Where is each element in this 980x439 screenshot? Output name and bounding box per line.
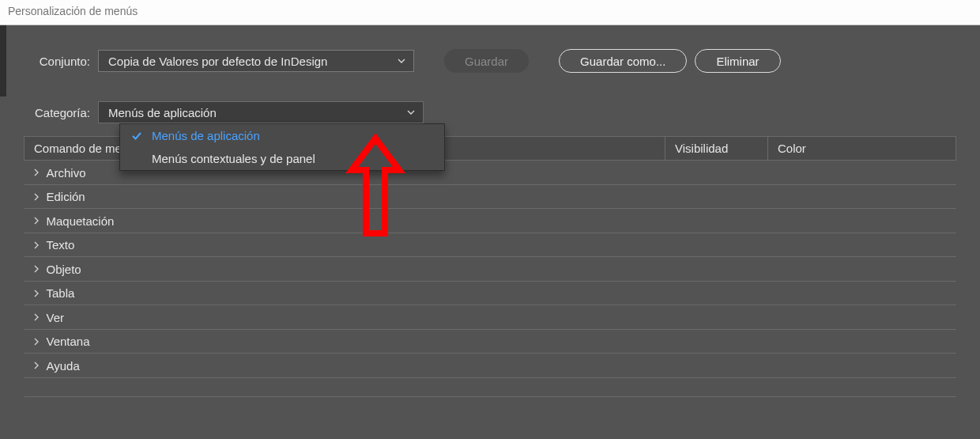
table-row[interactable]: Maquetación (24, 209, 956, 233)
categoria-select[interactable]: Menús de aplicación (98, 101, 424, 123)
row-label: Ventana (47, 335, 90, 348)
column-visibility: Visibilidad (665, 137, 768, 161)
save-button-label: Guardar (465, 55, 508, 68)
delete-button-label: Eliminar (716, 55, 759, 68)
table-row[interactable]: Objeto (24, 257, 956, 282)
conjunto-value: Copia de Valores por defecto de InDesign (108, 55, 327, 68)
chevron-down-icon (405, 107, 416, 118)
save-as-button-label: Guardar como... (580, 55, 665, 68)
table-row[interactable]: Ver (24, 305, 956, 330)
chevron-right-icon (32, 193, 40, 201)
chevron-right-icon (32, 313, 40, 321)
chevron-right-icon (32, 338, 40, 346)
save-button: Guardar (444, 49, 529, 73)
row-label: Ayuda (47, 359, 80, 373)
table-row[interactable]: Ventana (24, 329, 956, 354)
categoria-label: Categoría: (24, 106, 90, 119)
chevron-right-icon (32, 241, 40, 249)
row-label: Archivo (47, 166, 86, 180)
window-title-text: Personalización de menús (8, 5, 138, 17)
chevron-right-icon (32, 168, 40, 176)
window-title: Personalización de menús (0, 0, 980, 25)
categoria-value: Menús de aplicación (108, 106, 217, 119)
table-row[interactable]: Ayuda (24, 354, 956, 378)
dropdown-option-label: Menús contextuales y de panel (152, 152, 315, 165)
dropdown-option-context-menus[interactable]: Menús contextuales y de panel (120, 147, 444, 170)
row-label: Edición (47, 190, 85, 203)
conjunto-label: Conjunto: (24, 55, 90, 68)
table-row[interactable]: Tabla (24, 281, 956, 305)
row-label: Maquetación (47, 214, 115, 228)
dropdown-option-app-menus[interactable]: Menús de aplicación (120, 124, 444, 147)
chevron-right-icon (32, 361, 40, 369)
check-icon (130, 131, 144, 141)
chevron-right-icon (32, 265, 40, 273)
table-row-empty (24, 377, 956, 396)
categoria-dropdown[interactable]: Menús de aplicación Menús contextuales y… (119, 123, 445, 171)
dropdown-option-label: Menús de aplicación (152, 129, 260, 142)
table-row[interactable]: Texto (24, 233, 956, 257)
chevron-down-icon (396, 55, 407, 66)
conjunto-select[interactable]: Copia de Valores por defecto de InDesign (98, 50, 414, 72)
row-label: Tabla (47, 286, 75, 300)
row-label: Ver (47, 311, 65, 324)
column-color: Color (768, 137, 956, 161)
chevron-right-icon (32, 217, 40, 225)
save-as-button[interactable]: Guardar como... (559, 49, 687, 73)
row-label: Objeto (47, 263, 81, 276)
table-row[interactable]: Edición (24, 184, 956, 209)
delete-button[interactable]: Eliminar (695, 49, 780, 73)
menu-commands-table: Comando de menú de aplicación Visibilida… (24, 136, 956, 397)
row-label: Texto (47, 238, 75, 252)
chevron-right-icon (32, 290, 40, 297)
